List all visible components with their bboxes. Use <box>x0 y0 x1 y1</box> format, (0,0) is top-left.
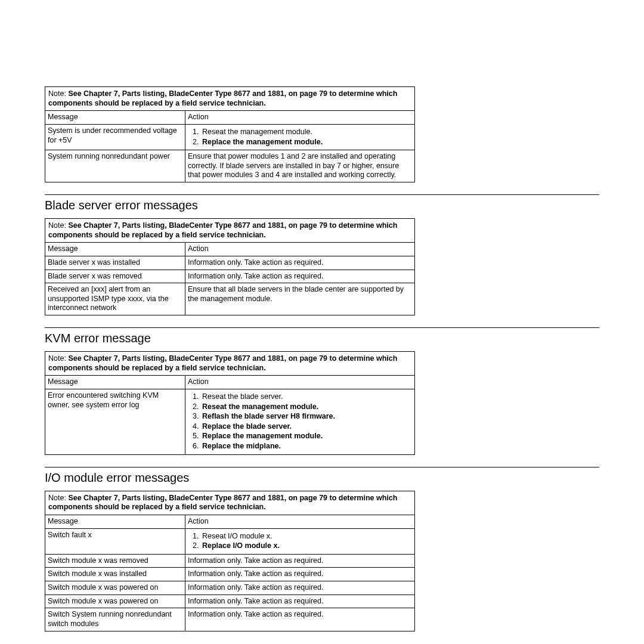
table-row: Ensure that power modules 1 and 2 are in… <box>185 150 415 182</box>
note-label: Note: <box>48 221 66 230</box>
section-voltage: Note: See Chapter 7, Parts listing, Blad… <box>45 86 599 182</box>
list-item: Reseat the management module. <box>201 128 412 137</box>
table-row: Received an [xxx] alert from an unsuppor… <box>45 283 185 315</box>
table-voltage: Note: See Chapter 7, Parts listing, Blad… <box>45 86 415 182</box>
action-list: Reseat the blade server. Reseat the mana… <box>188 392 412 451</box>
table-row: Information only. Take action as require… <box>185 581 415 595</box>
note-label: Note: <box>48 89 66 98</box>
table-row: Switch module x was removed <box>45 554 185 568</box>
note-text: See Chapter 7, Parts listing, BladeCente… <box>48 221 397 239</box>
list-item: Replace the management module. <box>201 138 412 147</box>
table-row: System running nonredundant power <box>45 150 185 182</box>
table-row: Reseat I/O module x. Replace I/O module … <box>185 528 415 554</box>
header-message: Message <box>45 515 185 528</box>
list-item: Reseat the management module. <box>201 402 412 412</box>
list-item: Replace the management module. <box>201 432 412 441</box>
note-text: See Chapter 7, Parts listing, BladeCente… <box>48 89 397 107</box>
table-kvm: Note: See Chapter 7, Parts listing, Blad… <box>45 351 415 455</box>
note-label: Note: <box>48 354 66 363</box>
list-item: Replace the blade server. <box>201 422 412 432</box>
table-row: Switch fault x <box>45 528 185 554</box>
section-rule <box>45 467 599 467</box>
list-item: Replace I/O module x. <box>201 541 412 551</box>
section-title: I/O module error messages <box>45 471 599 485</box>
action-list: Reseat I/O module x. Replace I/O module … <box>188 532 412 551</box>
table-row: Switch module x was powered on <box>45 595 185 608</box>
section-title: Blade server error messages <box>45 199 599 212</box>
table-row: Information only. Take action as require… <box>185 595 415 608</box>
table-row: Information only. Take action as require… <box>185 554 415 568</box>
table-row: Blade server x was installed <box>45 256 185 270</box>
table-row: Error encountered switching KVM owner, s… <box>45 389 185 454</box>
table-row: Switch module x was powered on <box>45 581 185 595</box>
header-message: Message <box>45 111 185 125</box>
list-item: Reseat I/O module x. <box>201 532 412 541</box>
page-content: Note: See Chapter 7, Parts listing, Blad… <box>0 0 644 644</box>
header-action: Action <box>185 111 415 125</box>
list-item: Reseat the blade server. <box>201 392 412 402</box>
note-cell: Note: See Chapter 7, Parts listing, Blad… <box>45 87 415 111</box>
section-rule <box>45 327 599 328</box>
note-label: Note: <box>48 494 66 502</box>
section-kvm: KVM error message Note: See Chapter 7, P… <box>45 327 599 455</box>
note-text: See Chapter 7, Parts listing, BladeCente… <box>48 354 397 372</box>
table-row: Information only. Take action as require… <box>185 608 415 631</box>
table-io: Note: See Chapter 7, Parts listing, Blad… <box>45 491 415 631</box>
list-item: Reflash the blade server H8 firmware. <box>201 412 412 422</box>
header-message: Message <box>45 243 185 256</box>
table-row: Reseat the blade server. Reseat the mana… <box>185 389 415 454</box>
header-action: Action <box>185 515 415 528</box>
action-list: Reseat the management module. Replace th… <box>188 128 412 147</box>
note-cell: Note: See Chapter 7, Parts listing, Blad… <box>45 352 415 376</box>
table-row: Information only. Take action as require… <box>185 270 415 283</box>
note-text: See Chapter 7, Parts listing, BladeCente… <box>48 494 397 512</box>
header-action: Action <box>185 243 415 256</box>
table-row: Information only. Take action as require… <box>185 256 415 270</box>
table-row: Blade server x was removed <box>45 270 185 283</box>
section-blade: Blade server error messages Note: See Ch… <box>45 194 599 315</box>
note-cell: Note: See Chapter 7, Parts listing, Blad… <box>45 219 415 243</box>
section-rule <box>45 194 599 195</box>
section-title: KVM error message <box>45 332 599 345</box>
header-action: Action <box>185 376 415 389</box>
table-blade: Note: See Chapter 7, Parts listing, Blad… <box>45 218 415 315</box>
table-row: System is under recommended voltage for … <box>45 124 185 150</box>
table-row: Switch module x was installed <box>45 568 185 581</box>
table-row: Reseat the management module. Replace th… <box>185 124 415 150</box>
section-io: I/O module error messages Note: See Chap… <box>45 467 599 631</box>
table-row: Ensure that all blade servers in the bla… <box>185 283 415 315</box>
note-cell: Note: See Chapter 7, Parts listing, Blad… <box>45 491 415 515</box>
header-message: Message <box>45 376 185 389</box>
table-row: Information only. Take action as require… <box>185 568 415 581</box>
list-item: Replace the midplane. <box>201 442 412 451</box>
table-row: Switch System running nonredundant switc… <box>45 608 185 631</box>
